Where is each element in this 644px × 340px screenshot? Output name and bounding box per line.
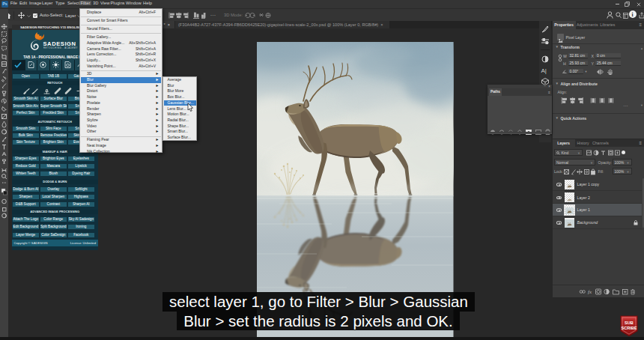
svg-text:SCRIBE: SCRIBE	[621, 326, 637, 330]
svg-text:RETOUCHING - ACADEMY: RETOUCHING - ACADEMY	[43, 46, 78, 49]
svg-text:fx: fx	[588, 289, 592, 295]
svg-text:SUB: SUB	[625, 321, 634, 325]
